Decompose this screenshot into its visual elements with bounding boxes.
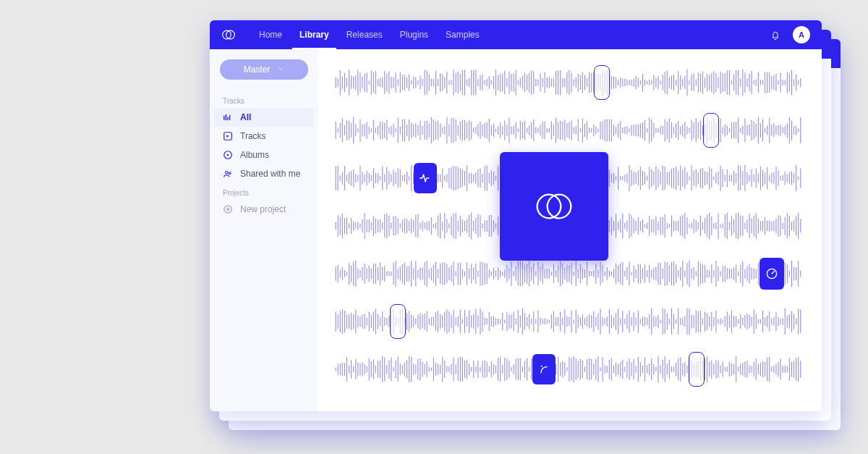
bars-icon (223, 112, 233, 122)
sidebar-item-label: New project (240, 204, 286, 214)
svg-point-1 (226, 30, 235, 39)
effect-chip[interactable] (414, 163, 437, 193)
sidebar-item-label: Albums (240, 150, 269, 160)
center-logo-tile[interactable] (500, 152, 608, 261)
nav-releases[interactable]: Releases (339, 20, 390, 49)
logo-icon (221, 28, 236, 42)
waveform-row[interactable] (333, 307, 807, 336)
svg-point-1481 (547, 195, 571, 219)
master-button[interactable]: Master (220, 59, 308, 80)
sidebar-item-label: All (240, 112, 251, 122)
track-icon (223, 131, 233, 141)
sidebar-item-label: Shared with me (240, 169, 300, 179)
sidebar-item-albums[interactable]: Albums (210, 146, 318, 164)
nav-samples[interactable]: Samples (438, 20, 487, 49)
plus-circle-icon (223, 204, 233, 214)
nav-plugins[interactable]: Plugins (393, 20, 435, 49)
header-bar: Home Library Releases Plugins Samples A (210, 20, 822, 49)
svg-point-0 (223, 30, 231, 39)
waveform-row[interactable] (333, 116, 807, 145)
svg-point-1480 (537, 195, 561, 219)
svg-point-6 (229, 172, 231, 175)
sidebar-section-tracks: Tracks (210, 91, 318, 108)
effect-chip[interactable] (760, 258, 784, 290)
svg-point-5 (226, 172, 229, 175)
sidebar-item-tracks[interactable]: Tracks (210, 127, 318, 146)
svg-point-1479 (540, 366, 542, 367)
avatar[interactable]: A (793, 26, 810, 43)
sidebar: Master Tracks All Tracks (210, 49, 318, 411)
album-icon (223, 150, 233, 160)
notifications-icon[interactable] (770, 29, 781, 41)
waveform-row[interactable] (333, 259, 807, 288)
track-handle[interactable] (390, 304, 406, 339)
main-canvas (318, 49, 822, 411)
sidebar-item-new-project[interactable]: New project (210, 200, 318, 219)
sidebar-item-shared[interactable]: Shared with me (210, 164, 318, 183)
top-nav: Home Library Releases Plugins Samples (252, 20, 487, 49)
sidebar-item-label: Tracks (240, 131, 266, 141)
nav-home[interactable]: Home (252, 20, 289, 49)
nav-library[interactable]: Library (292, 20, 336, 49)
chevron-down-icon (277, 64, 284, 75)
people-icon (223, 169, 233, 179)
sidebar-item-all[interactable]: All (214, 108, 314, 127)
sidebar-section-projects: Projects (210, 183, 318, 200)
waveform-row[interactable] (333, 68, 807, 97)
track-handle[interactable] (689, 352, 705, 387)
track-handle[interactable] (703, 113, 719, 148)
svg-point-4 (227, 154, 229, 156)
effect-chip[interactable] (532, 354, 556, 384)
track-handle[interactable] (594, 65, 610, 100)
waveform-row[interactable] (333, 355, 807, 384)
master-button-label: Master (244, 64, 271, 75)
app-window: Home Library Releases Plugins Samples A … (210, 20, 822, 411)
